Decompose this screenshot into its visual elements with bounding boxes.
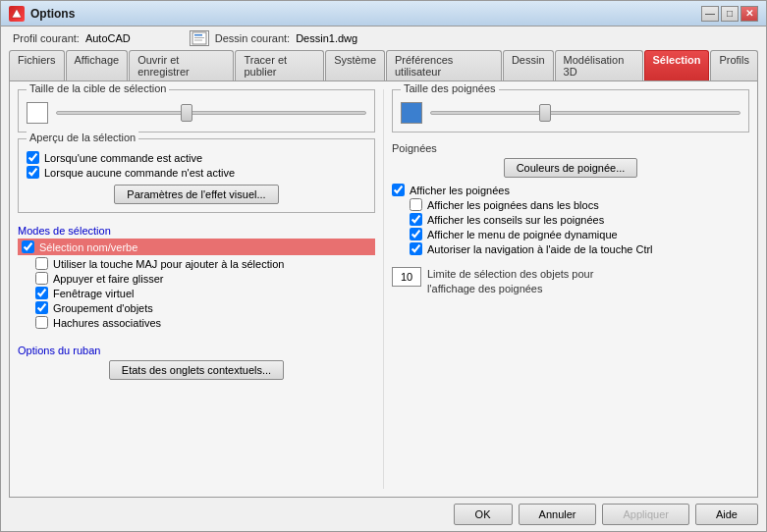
tab-tracer-publier[interactable]: Tracer et publier: [235, 50, 324, 80]
limit-row: 10 Limite de sélection des objets pour l…: [392, 267, 749, 297]
selection-nom-verbe-checkbox[interactable]: [22, 240, 34, 253]
apercu-checkbox-1[interactable]: [27, 166, 39, 179]
mode-hachures-checkbox[interactable]: [35, 316, 48, 329]
appliquer-button[interactable]: Appliquer: [602, 504, 688, 525]
params-effet-button[interactable]: Paramètres de l'effet visuel...: [114, 185, 278, 204]
tab-fichiers[interactable]: Fichiers: [9, 50, 65, 80]
poignees-conseils-checkbox[interactable]: [410, 213, 422, 226]
apercu-label: Aperçu de la sélection: [27, 132, 138, 143]
window-controls: — □ ✕: [701, 6, 758, 22]
poignees-conseils-label: Afficher les conseils sur les poignées: [427, 214, 604, 226]
profile-label: Profil courant:: [13, 32, 80, 44]
mode-hachures-label: Hachures associatives: [53, 317, 161, 329]
mode-fenetrage-label: Fenêtrage virtuel: [53, 288, 135, 299]
taille-cible-label: Taille de la cible de sélection: [27, 82, 169, 94]
close-button[interactable]: ✕: [740, 6, 758, 22]
couleurs-poignee-button[interactable]: Couleurs de poignée...: [504, 158, 638, 178]
tab-modelisation-3d[interactable]: Modélisation 3D: [555, 50, 643, 80]
ok-button[interactable]: OK: [454, 504, 513, 525]
tab-ouvrir-enregistrer[interactable]: Ouvrir et enregistrer: [129, 50, 234, 80]
mode-groupement-row: Groupement d'objets: [35, 301, 375, 314]
poignees-section: Poignées Couleurs de poignée... Afficher…: [392, 142, 749, 297]
poignees-blocs-label: Afficher les poignées dans les blocs: [427, 199, 599, 211]
svg-rect-3: [194, 37, 204, 38]
window-title: Options: [30, 7, 75, 21]
taille-poignees-label: Taille des poignées: [401, 82, 499, 94]
mode-maj-label: Utiliser la touche MAJ pour ajouter à la…: [53, 258, 284, 270]
svg-marker-0: [12, 9, 22, 18]
left-panel: Taille de la cible de sélection Aperçu d…: [18, 89, 383, 489]
taille-cible-slider[interactable]: [56, 111, 366, 115]
afficher-poignees-checkbox[interactable]: [392, 184, 405, 196]
mode-fenetrage-row: Fenêtrage virtuel: [35, 287, 375, 299]
drawing-icon: [190, 30, 209, 46]
modes-title: Modes de sélection: [18, 225, 375, 237]
aide-button[interactable]: Aide: [695, 504, 758, 525]
mode-maj-row: Utiliser la touche MAJ pour ajouter à la…: [35, 257, 375, 270]
poignees-subitems: Afficher les poignées dans les blocs Aff…: [410, 198, 749, 255]
profile-value: AutoCAD: [85, 32, 131, 44]
apercu-item-0: Lorsqu'une commande est active: [27, 151, 366, 164]
poignees-blocs-checkbox[interactable]: [410, 198, 422, 211]
poignees-menu-row: Afficher le menu de poignée dynamique: [410, 228, 749, 240]
drawing-label: Dessin courant:: [215, 32, 290, 44]
svg-rect-2: [194, 34, 202, 36]
right-panel: Taille des poignées Poignées Couleurs de…: [383, 89, 749, 489]
poignees-ctrl-checkbox[interactable]: [410, 242, 422, 255]
minimize-button[interactable]: —: [701, 6, 719, 22]
apercu-label-1: Lorsque aucune commande n'est active: [44, 167, 235, 179]
tab-affichage[interactable]: Affichage: [66, 50, 129, 80]
apercu-item-1: Lorsque aucune commande n'est active: [27, 166, 366, 179]
svg-rect-4: [194, 40, 202, 41]
annuler-button[interactable]: Annuler: [519, 504, 597, 525]
mode-fenetrage-checkbox[interactable]: [35, 287, 48, 299]
poignees-title: Poignées: [392, 142, 749, 154]
mode-maj-checkbox[interactable]: [35, 257, 48, 270]
selection-nom-verbe-row: Sélection nom/verbe: [18, 239, 375, 255]
drawing-value: Dessin1.dwg: [296, 32, 357, 44]
modes-section: Modes de sélection Sélection nom/verbe U…: [18, 221, 375, 329]
apercu-selection-group: Aperçu de la sélection Lorsqu'une comman…: [18, 138, 375, 213]
poignees-blocs-row: Afficher les poignées dans les blocs: [410, 198, 749, 211]
poignees-conseils-row: Afficher les conseils sur les poignées: [410, 213, 749, 226]
options-window: Options — □ ✕ Profil courant: AutoCAD De…: [0, 0, 767, 532]
mode-appuyer-row: Appuyer et faire glisser: [35, 272, 375, 285]
apercu-checkbox-0[interactable]: [27, 151, 39, 164]
apercu-label-0: Lorsqu'une commande est active: [44, 152, 202, 164]
afficher-poignees-label: Afficher les poignées: [410, 185, 510, 196]
poignees-menu-checkbox[interactable]: [410, 228, 422, 240]
maximize-button[interactable]: □: [721, 6, 739, 22]
limit-text: Limite de sélection des objets pour l'af…: [427, 267, 604, 297]
poignee-preview: [401, 102, 422, 124]
tab-selection[interactable]: Sélection: [644, 50, 710, 80]
etats-onglets-button[interactable]: Etats des onglets contextuels...: [109, 360, 284, 380]
poignees-ctrl-row: Autoriser la navigation à l'aide de la t…: [410, 242, 749, 255]
tab-dessin[interactable]: Dessin: [503, 50, 554, 80]
poignees-ctrl-label: Autoriser la navigation à l'aide de la t…: [427, 243, 653, 255]
taille-poignees-group: Taille des poignées: [392, 89, 749, 133]
poignees-menu-label: Afficher le menu de poignée dynamique: [427, 229, 618, 240]
options-ruban-title: Options du ruban: [18, 345, 375, 356]
selection-nom-verbe-label: Sélection nom/verbe: [39, 241, 137, 253]
tabs-row: Fichiers Affichage Ouvrir et enregistrer…: [1, 50, 766, 80]
mode-groupement-label: Groupement d'objets: [53, 302, 153, 314]
title-bar: Options — □ ✕: [1, 1, 766, 27]
app-icon: [9, 6, 25, 22]
limit-input[interactable]: 10: [392, 267, 421, 287]
taille-cible-group: Taille de la cible de sélection: [18, 89, 375, 133]
mode-appuyer-label: Appuyer et faire glisser: [53, 273, 164, 285]
profile-bar: Profil courant: AutoCAD Dessin courant: …: [1, 27, 766, 50]
tab-preferences[interactable]: Préférences utilisateur: [386, 50, 502, 80]
mode-groupement-checkbox[interactable]: [35, 301, 48, 314]
tab-profils[interactable]: Profils: [710, 50, 758, 80]
bottom-bar: OK Annuler Appliquer Aide: [1, 498, 766, 531]
taille-poignees-slider[interactable]: [430, 111, 740, 115]
tab-systeme[interactable]: Système: [325, 50, 385, 80]
mode-hachures-row: Hachures associatives: [35, 316, 375, 329]
cible-preview: [27, 102, 48, 124]
mode-appuyer-checkbox[interactable]: [35, 272, 48, 285]
content-area: Taille de la cible de sélection Aperçu d…: [9, 80, 758, 498]
afficher-poignees-row: Afficher les poignées: [392, 184, 749, 196]
options-ruban-section: Options du ruban Etats des onglets conte…: [18, 341, 375, 380]
